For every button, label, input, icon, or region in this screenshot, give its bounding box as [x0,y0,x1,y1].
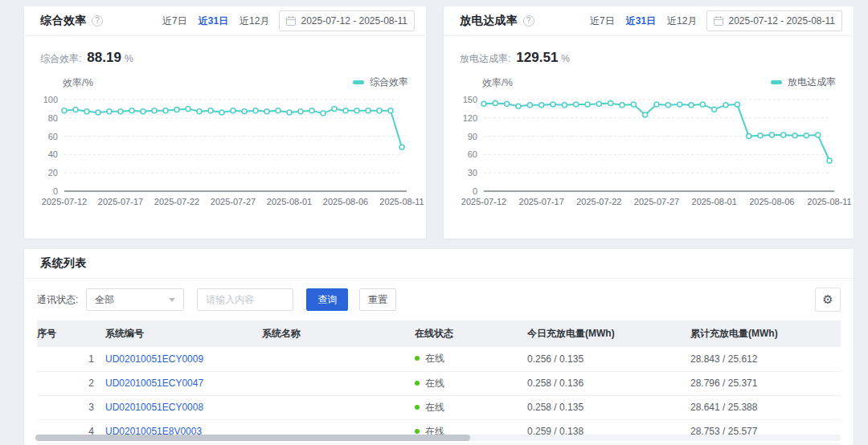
date-range-value: 2025-07-12 - 2025-08-11 [301,15,407,27]
svg-text:100: 100 [43,95,58,104]
efficiency-panel: 综合效率 ? 近7日 近31日 近12月 2025-07-12 - 2025-0… [24,6,426,239]
svg-text:2025-08-01: 2025-08-01 [692,197,737,206]
system-table: 序号 系统编号 系统名称 在线状态 今日充放电量(MWh) 累计充放电量(MWh… [37,320,841,444]
system-id-link[interactable]: UD02010051ECY0008 [105,402,203,413]
row-index-cell: 3 [37,395,105,419]
legend-item[interactable]: 放电达成率 [771,76,836,89]
search-input[interactable] [197,288,293,311]
search-button[interactable]: 查询 [306,288,348,311]
kpi-charts-row: 综合效率 ? 近7日 近31日 近12月 2025-07-12 - 2025-0… [24,6,854,239]
svg-text:2025-08-06: 2025-08-06 [323,197,368,206]
panel-title: 放电达成率 [460,14,518,28]
status-label: 在线 [425,402,444,413]
col-header-system-name: 系统名称 [262,320,415,347]
status-label: 在线 [425,353,444,364]
row-index-cell: 1 [37,347,105,371]
today-energy-cell: 0.258 / 0.135 [527,395,690,419]
status-label: 在线 [425,378,444,389]
svg-text:2025-07-27: 2025-07-27 [634,197,679,206]
horizontal-scrollbar-track[interactable] [35,435,841,441]
stat-label: 放电达成率: [460,52,510,66]
svg-text:60: 60 [48,132,58,141]
table-row: 1UD02010051ECY0009在线0.256 / 0.13528.843 … [37,347,841,371]
discharge-stat: 放电达成率: 129.51 % [444,36,854,66]
svg-text:0: 0 [53,186,58,196]
table-row: 2UD02010051ECY0047在线0.258 / 0.13628.796 … [37,371,841,395]
range-tab-12m[interactable]: 近12月 [667,14,697,28]
svg-text:2025-07-17: 2025-07-17 [98,197,143,206]
discharge-chart: 效率/% 放电达成率 03060901201502025-07-122025-0… [444,66,854,231]
svg-text:40: 40 [48,149,58,159]
stat-unit: % [561,53,570,64]
horizontal-scrollbar-thumb[interactable] [35,435,470,441]
status-cell: 在线 [415,347,527,371]
legend-swatch-icon [771,80,782,84]
system-id-link[interactable]: UD02010051ECY0009 [105,353,203,365]
range-tab-12m[interactable]: 近12月 [240,14,269,28]
col-header-system-id: 系统编号 [105,320,262,347]
efficiency-panel-header: 综合效率 ? 近7日 近31日 近12月 2025-07-12 - 2025-0… [24,6,426,36]
panel-title: 综合效率 [40,14,87,28]
date-range-picker[interactable]: 2025-07-12 - 2025-08-11 [279,10,415,31]
online-status-dot-icon [415,429,420,434]
discharge-panel-header: 放电达成率 ? 近7日 近31日 近12月 2025-07-12 - 2025-… [444,6,854,36]
legend-label: 综合效率 [370,76,408,89]
efficiency-stat: 综合效率: 88.19 % [24,36,426,66]
svg-text:60: 60 [468,149,477,159]
col-header-today-energy: 今日充放电量(MWh) [527,320,690,347]
system-id-link[interactable]: UD02010051ECY0047 [105,378,203,389]
svg-text:0: 0 [473,186,477,196]
svg-text:2025-07-12: 2025-07-12 [42,197,87,206]
column-settings-button[interactable]: ⚙ [815,288,841,312]
stat-value: 129.51 [516,50,558,66]
online-status-dot-icon [415,405,420,410]
gear-icon: ⚙ [822,292,833,306]
reset-button[interactable]: 重置 [359,288,396,311]
header-row: 序号 系统编号 系统名称 在线状态 今日充放电量(MWh) 累计充放电量(MWh… [37,320,841,347]
svg-text:30: 30 [468,168,477,178]
svg-text:2025-07-27: 2025-07-27 [211,197,256,206]
range-tab-7d[interactable]: 近7日 [590,14,615,28]
efficiency-chart: 效率/% 综合效率 0204060801002025-07-122025-07-… [24,66,426,231]
calendar-icon [286,16,296,26]
system-name-cell [262,347,415,371]
line-chart-svg: 03060901201502025-07-122025-07-172025-07… [455,93,845,212]
calendar-icon [714,16,723,26]
filter-row: 通讯状态: 全部 查询 重置 ⚙ [24,279,854,319]
comm-status-label: 通讯状态: [37,293,78,307]
comm-status-select[interactable]: 全部 [86,288,184,311]
system-table-head: 序号 系统编号 系统名称 在线状态 今日充放电量(MWh) 累计充放电量(MWh… [37,320,841,347]
today-energy-cell: 0.258 / 0.136 [527,371,690,395]
help-icon[interactable]: ? [92,15,103,27]
system-list-panel: 系统列表 通讯状态: 全部 查询 重置 ⚙ 序号 系统编号 系统名称 在线状态 … [24,249,854,445]
date-range-picker[interactable]: 2025-07-12 - 2025-08-11 [706,10,842,31]
legend-label: 放电达成率 [788,76,836,89]
svg-text:2025-08-11: 2025-08-11 [807,197,851,206]
system-list-header: 系统列表 [24,249,854,279]
col-header-index: 序号 [37,320,105,347]
range-tab-7d[interactable]: 近7日 [162,14,187,28]
y-axis-label: 效率/% [482,76,513,90]
range-tab-31d[interactable]: 近31日 [626,14,656,28]
svg-text:2025-07-12: 2025-07-12 [461,197,506,206]
legend-item[interactable]: 综合效率 [353,76,408,89]
svg-text:2025-07-17: 2025-07-17 [519,197,564,206]
range-tab-31d[interactable]: 近31日 [199,14,228,28]
system-name-cell [262,371,415,395]
row-index-cell: 2 [37,371,105,395]
svg-text:150: 150 [463,95,477,104]
table-row: 3UD02010051ECY0008在线0.258 / 0.13528.641 … [37,395,841,419]
total-energy-cell: 28.843 / 25.612 [690,347,841,371]
svg-text:2025-07-22: 2025-07-22 [154,197,199,206]
svg-text:2025-08-01: 2025-08-01 [267,197,312,206]
svg-text:120: 120 [463,113,477,123]
select-value: 全部 [95,293,114,307]
line-chart-svg: 0204060801002025-07-122025-07-172025-07-… [35,93,418,212]
system-name-cell [262,395,415,419]
help-icon[interactable]: ? [523,15,534,27]
legend-swatch-icon [353,80,364,84]
status-cell: 在线 [415,371,527,395]
svg-text:90: 90 [468,132,477,141]
svg-text:2025-08-11: 2025-08-11 [379,197,424,206]
system-id-cell: UD02010051ECY0009 [105,347,262,371]
